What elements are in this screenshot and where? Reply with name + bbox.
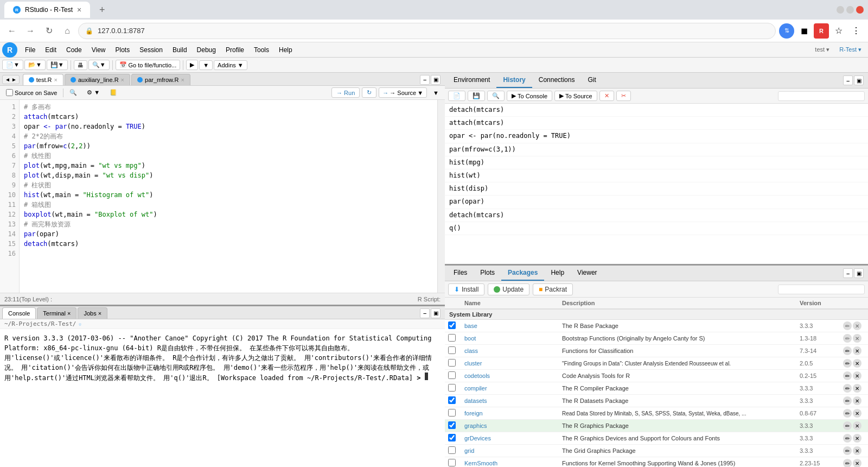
pkg-name-grdevices[interactable]: grDevices bbox=[464, 435, 562, 441]
menu-tools[interactable]: Tools bbox=[250, 45, 273, 55]
history-item-8[interactable]: par(opar) bbox=[445, 195, 868, 209]
pkg-name-compiler[interactable]: compiler bbox=[464, 385, 562, 392]
console-minimize-button[interactable]: ‒ bbox=[420, 308, 430, 318]
editor-tab-test-r[interactable]: test.R × bbox=[23, 74, 63, 85]
editor-minimize-button[interactable]: ‒ bbox=[420, 75, 430, 85]
history-save-button[interactable]: 💾 bbox=[468, 91, 485, 101]
pkg-graphics-del[interactable]: ✕ bbox=[853, 421, 861, 430]
pkg-name-datasets[interactable]: datasets bbox=[464, 397, 562, 404]
pkg-codetools-edit[interactable]: ✏ bbox=[843, 371, 852, 380]
pkg-grdevices-edit[interactable]: ✏ bbox=[843, 434, 852, 443]
right-bottom-maximize-button[interactable]: ▣ bbox=[854, 268, 864, 278]
menu-plots[interactable]: Plots bbox=[111, 45, 135, 55]
to-source-button[interactable]: ▶ To Source bbox=[554, 91, 597, 101]
pkg-kernsmooth-edit[interactable]: ✏ bbox=[843, 459, 852, 467]
scroll-up-button[interactable]: ▼ bbox=[429, 87, 443, 98]
history-clear-button[interactable]: ✂ bbox=[616, 91, 631, 101]
pkg-cluster-edit[interactable]: ✏ bbox=[843, 359, 852, 368]
pkg-checkbox-codetools[interactable] bbox=[448, 371, 456, 379]
pkg-name-grid[interactable]: grid bbox=[464, 447, 562, 454]
pkg-check-compiler[interactable] bbox=[448, 384, 464, 393]
pkg-name-cluster[interactable]: cluster bbox=[464, 360, 562, 367]
nav-arrows[interactable]: ◄ ► bbox=[2, 75, 20, 84]
packages-update-button[interactable]: Update bbox=[488, 283, 529, 295]
back-button[interactable]: ← bbox=[4, 23, 20, 39]
pkg-name-graphics[interactable]: graphics bbox=[464, 422, 562, 429]
to-console-button[interactable]: ▶ To Console bbox=[507, 91, 552, 101]
extensions-icon[interactable]: ◼ bbox=[796, 23, 812, 39]
console-tab-jobs[interactable]: Jobs × bbox=[78, 307, 107, 319]
save-button[interactable]: 💾▼ bbox=[47, 60, 68, 70]
history-item-3[interactable]: opar <- par(no.readonly = TRUE) bbox=[445, 130, 868, 143]
editor-tab-par[interactable]: par_mfrow.R × bbox=[131, 74, 190, 85]
pkg-checkbox-foreign[interactable] bbox=[448, 409, 456, 416]
run-button[interactable]: ▶ bbox=[186, 60, 198, 70]
pkg-checkbox-compiler[interactable] bbox=[448, 384, 456, 392]
bookmark-icon[interactable]: ☆ bbox=[831, 23, 846, 39]
pkg-check-class[interactable] bbox=[448, 346, 464, 355]
pkg-check-cluster[interactable] bbox=[448, 359, 464, 368]
reload-button[interactable]: ↻ bbox=[41, 23, 56, 39]
pkg-checkbox-boot[interactable] bbox=[448, 334, 456, 342]
pkg-boot-del[interactable]: ✕ bbox=[853, 334, 861, 343]
tab-viewer[interactable]: Viewer bbox=[571, 266, 603, 281]
maximize-button[interactable] bbox=[846, 6, 854, 14]
menu-session[interactable]: Session bbox=[135, 45, 167, 55]
menu-build[interactable]: Build bbox=[168, 45, 192, 55]
history-load-button[interactable]: 📄 bbox=[448, 91, 465, 101]
address-bar[interactable]: 🔒 127.0.0.1:8787 bbox=[78, 23, 776, 39]
pkg-grdevices-del[interactable]: ✕ bbox=[853, 434, 861, 443]
open-file-button[interactable]: 📂▼ bbox=[24, 60, 46, 70]
pkg-grid-del[interactable]: ✕ bbox=[853, 446, 861, 455]
history-item-4[interactable]: par(mfrow=c(3,1)) bbox=[445, 143, 868, 156]
tab-packages[interactable]: Packages bbox=[501, 266, 544, 281]
menu-profile[interactable]: Profile bbox=[221, 45, 248, 55]
pkg-check-kernsmooth[interactable] bbox=[448, 459, 464, 467]
pkg-grid-edit[interactable]: ✏ bbox=[843, 446, 852, 455]
menu-debug[interactable]: Debug bbox=[193, 45, 220, 55]
tab-help[interactable]: Help bbox=[544, 266, 571, 281]
pkg-check-foreign[interactable] bbox=[448, 409, 464, 418]
code-tools-button[interactable]: ⚙ ▼ bbox=[83, 87, 104, 98]
rstudio-icon[interactable]: R bbox=[814, 23, 829, 39]
go-to-file-button[interactable]: 📅 Go to file/functio... bbox=[116, 60, 181, 70]
packages-install-button[interactable]: ⬇ Install bbox=[448, 283, 484, 295]
pkg-action-1[interactable]: ✏ bbox=[843, 321, 852, 330]
tab-close-button[interactable]: × bbox=[77, 5, 81, 14]
pkg-checkbox-class[interactable] bbox=[448, 346, 456, 354]
pkg-action-2[interactable]: ✕ bbox=[853, 321, 861, 330]
pkg-graphics-edit[interactable]: ✏ bbox=[843, 421, 852, 430]
pkg-checkbox-datasets[interactable] bbox=[448, 396, 456, 404]
pkg-checkbox-grid[interactable] bbox=[448, 446, 456, 454]
code-content[interactable]: # 多画布 attach(mtcars) opar <- par(no.read… bbox=[20, 100, 437, 293]
console-tab-console[interactable]: Console bbox=[2, 307, 36, 319]
pkg-class-edit[interactable]: ✏ bbox=[843, 346, 852, 355]
editor-scrollbar[interactable] bbox=[437, 100, 445, 293]
pkg-datasets-del[interactable]: ✕ bbox=[853, 396, 861, 405]
pkg-kernsmooth-del[interactable]: ✕ bbox=[853, 459, 861, 467]
pkg-class-del[interactable]: ✕ bbox=[853, 346, 861, 355]
new-tab-button[interactable]: + bbox=[94, 2, 110, 17]
right-top-minimize-button[interactable]: ‒ bbox=[843, 75, 853, 85]
pkg-cluster-del[interactable]: ✕ bbox=[853, 359, 861, 368]
pkg-checkbox-base[interactable] bbox=[448, 321, 456, 329]
browser-tab-rstudio[interactable]: R RStudio - R-Test × bbox=[4, 2, 90, 18]
print-button[interactable]: 🖶 bbox=[74, 60, 87, 70]
pkg-check-graphics[interactable] bbox=[448, 421, 464, 430]
history-item-9[interactable]: detach(mtcars) bbox=[445, 209, 868, 222]
tab-plots[interactable]: Plots bbox=[474, 266, 501, 281]
find-replace-button[interactable]: 🔍▼ bbox=[88, 60, 110, 70]
tab-environment[interactable]: Environment bbox=[447, 73, 496, 88]
pkg-name-base[interactable]: base bbox=[464, 323, 562, 329]
editor-maximize-button[interactable]: ▣ bbox=[431, 75, 441, 85]
history-delete-button[interactable]: ✕ bbox=[599, 91, 614, 101]
pkg-name-codetools[interactable]: codetools bbox=[464, 373, 562, 379]
source-dropdown-icon[interactable]: ▼ bbox=[417, 90, 423, 96]
new-file-button[interactable]: 📄▼ bbox=[2, 60, 23, 70]
history-search-input[interactable] bbox=[778, 91, 865, 101]
menu-file[interactable]: File bbox=[21, 45, 40, 55]
notebook-button[interactable]: 📒 bbox=[106, 87, 121, 98]
right-bottom-minimize-button[interactable]: ‒ bbox=[843, 268, 853, 278]
pkg-check-base[interactable] bbox=[448, 321, 464, 330]
sync-icon[interactable]: ⇅ bbox=[779, 23, 794, 39]
